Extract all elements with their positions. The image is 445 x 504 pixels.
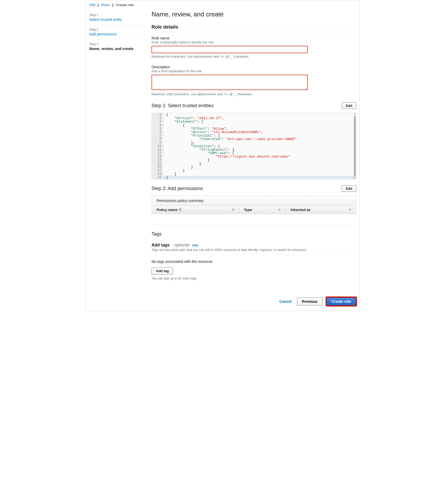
column-label: Type xyxy=(244,208,252,212)
no-tags-message: No tags associated with the resource. xyxy=(152,259,356,264)
previous-button[interactable]: Previous xyxy=(297,298,323,305)
scroll-down-icon[interactable]: ▼ xyxy=(354,177,355,179)
description-label: Description xyxy=(152,65,356,69)
role-name-input[interactable] xyxy=(152,46,308,53)
role-details-heading: Role details xyxy=(152,24,356,30)
chevron-right-icon: ❯ xyxy=(97,3,100,7)
step2-heading: Step 2: Add permissions xyxy=(152,186,203,191)
sort-icon[interactable]: ▽ xyxy=(349,208,351,211)
add-tag-hint: You can add up to 50 more tags. xyxy=(152,277,356,280)
role-name-label: Role name xyxy=(152,36,356,40)
description-help: Add a short explanation for this role. xyxy=(152,69,356,73)
info-link[interactable]: Info xyxy=(192,244,198,247)
breadcrumb-current: Create role xyxy=(116,3,134,7)
sidebar-step-add-permissions[interactable]: Add permissions xyxy=(89,32,117,36)
permissions-summary-label: Permissions policy summary xyxy=(152,196,356,206)
add-tag-button[interactable]: Add tag xyxy=(152,267,173,274)
breadcrumb-roles[interactable]: Roles xyxy=(101,3,110,7)
sidebar-step-name-review: Name, review, and create xyxy=(89,47,146,51)
type-column[interactable]: Type ▽ xyxy=(239,206,286,214)
page-title: Name, review, and create xyxy=(152,11,356,18)
trust-policy-editor[interactable]: 12345678910111213141516171819 { "Version… xyxy=(152,113,356,179)
description-constraint: Maximum 1000 characters. Use alphanumeri… xyxy=(152,92,356,96)
permissions-table: Permissions policy summary Policy name ▽… xyxy=(152,196,356,214)
chevron-right-icon: ❯ xyxy=(112,3,114,7)
scrollbar-thumb[interactable] xyxy=(354,116,356,176)
step-number: Step 1 xyxy=(89,13,146,17)
role-name-help: Enter a meaningful name to identify this… xyxy=(152,40,356,44)
sort-icon[interactable]: ▽ xyxy=(232,208,234,211)
tags-description: Tags are key-value pairs that you can ad… xyxy=(152,248,356,252)
wizard-sidebar: Step 1 Select trusted entity Step 2 Add … xyxy=(89,11,146,306)
edit-permissions-button[interactable]: Edit xyxy=(342,185,356,192)
editor-scrollbar[interactable]: ▲ ▼ xyxy=(354,113,356,179)
description-input[interactable] xyxy=(152,75,308,90)
tags-heading: Tags xyxy=(152,231,356,237)
sidebar-step-trusted-entity[interactable]: Select trusted entity xyxy=(89,17,122,22)
optional-label: - optional xyxy=(172,243,189,248)
external-link-icon xyxy=(179,208,182,212)
attached-as-column[interactable]: Attached as ▽ xyxy=(286,206,356,214)
breadcrumb-iam[interactable]: IAM xyxy=(89,3,95,7)
role-name-constraint: Maximum 64 characters. Use alphanumeric … xyxy=(152,55,356,58)
step-number: Step 2 xyxy=(89,28,146,32)
step1-heading: Step 1: Select trusted entities xyxy=(152,103,213,109)
create-role-button[interactable]: Create role xyxy=(326,297,356,306)
policy-name-column[interactable]: Policy name ▽ xyxy=(152,206,239,214)
step-number: Step 3 xyxy=(89,42,146,46)
column-label: Policy name xyxy=(157,208,177,212)
scroll-up-icon[interactable]: ▲ xyxy=(354,113,355,115)
edit-trusted-entities-button[interactable]: Edit xyxy=(342,102,356,109)
cancel-link[interactable]: Cancel xyxy=(279,299,292,304)
sort-icon[interactable]: ▽ xyxy=(278,208,281,211)
breadcrumb: IAM ❯ Roles ❯ Create role xyxy=(89,3,356,7)
column-label: Attached as xyxy=(290,208,311,212)
add-tags-label: Add tags xyxy=(152,243,170,248)
